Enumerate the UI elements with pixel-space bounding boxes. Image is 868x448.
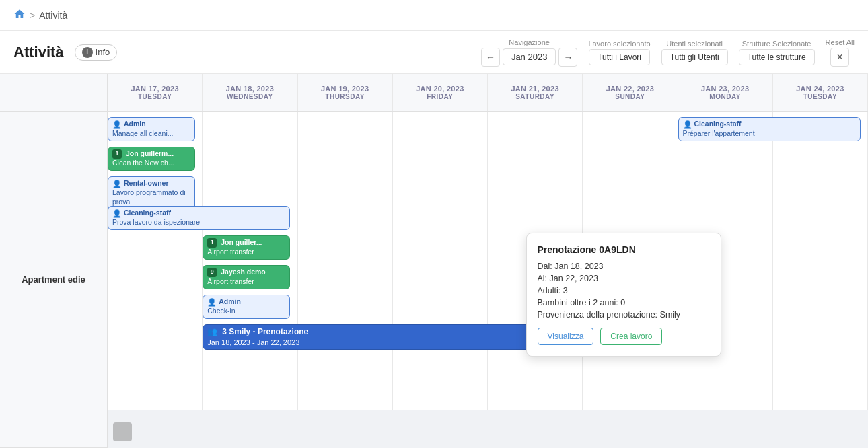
day-header-0: JAN 17, 2023 TUESDAY (108, 74, 203, 111)
day-date-1: JAN 18, 2023 (226, 85, 274, 93)
day-header-3: JAN 20, 2023 FRIDAY (393, 74, 488, 111)
filter-lavoro-label: Lavoro selezionato (588, 40, 650, 48)
header: Attività i Info Navigazione ← Jan 2023 →… (0, 31, 868, 74)
day-date-0: JAN 17, 2023 (131, 85, 178, 93)
day-weekday-5: SUNDAY (615, 93, 645, 100)
scroll-handle[interactable] (113, 422, 132, 441)
main-content: Apartment edie JAN 17, 2023 TUESDAY JAN … (0, 74, 868, 448)
nav-date-display: Jan 2023 (503, 48, 556, 65)
breadcrumb-bar: > Attività (0, 0, 868, 31)
day-header-4: JAN 21, 2023 SATURDAY (488, 74, 583, 111)
day-header-6: JAN 23, 2023 MONDAY (678, 74, 773, 111)
day-date-3: JAN 20, 2023 (416, 85, 464, 93)
popup-visualizza-button[interactable]: Visualizza (538, 328, 594, 345)
day-weekday-2: THURSDAY (325, 93, 365, 100)
day-date-5: JAN 22, 2023 (606, 85, 654, 93)
task-card-t3[interactable]: 👤Rental-ownerLavoro programmato di prova (108, 176, 195, 210)
task-card-t5[interactable]: 1Jon guiller...Airport transfer (203, 235, 290, 260)
task-card-t8[interactable]: 👥3 Smily - PrenotazioneJan 18, 2023 - Ja… (203, 324, 575, 350)
info-badge-button[interactable]: i Info (75, 44, 118, 61)
events-grid (108, 112, 868, 410)
calendar-area: JAN 17, 2023 TUESDAY JAN 18, 2023 WEDNES… (108, 74, 868, 448)
day-col-7 (773, 112, 868, 410)
events-area: 👤AdminManage all cleani...1Jon guillerm.… (108, 112, 868, 448)
day-header-7: JAN 24, 2023 TUESDAY (773, 74, 868, 111)
filter-lavoro-section: Lavoro selezionato Tutti i Lavori (588, 40, 650, 65)
popup-al: Al: Jan 22, 2023 (538, 274, 710, 283)
breadcrumb-separator: > (30, 10, 35, 21)
popup-actions: Visualizza Crea lavoro (538, 328, 710, 345)
filter-strutture-label: Strutture Selezionate (742, 40, 811, 48)
day-weekday-4: SATURDAY (515, 93, 554, 100)
day-col-1 (203, 112, 297, 410)
task-card-t4[interactable]: 👤Cleaning-staffProva lavoro da ispeziona… (108, 206, 290, 230)
filter-lavoro-button[interactable]: Tutti i Lavori (589, 49, 650, 65)
day-date-2: JAN 19, 2023 (321, 85, 369, 93)
day-date-4: JAN 21, 2023 (511, 85, 558, 93)
day-col-2 (298, 112, 393, 410)
popup-title: Prenotazione 0A9LDN (538, 244, 710, 255)
popup-adulti: Adulti: 3 (538, 286, 710, 295)
booking-popup: Prenotazione 0A9LDN Dal: Jan 18, 2023 Al… (526, 233, 721, 357)
day-weekday-0: TUESDAY (138, 93, 172, 100)
task-card-t2[interactable]: 1Jon guillerm...Clean the New ch... (108, 147, 195, 171)
reset-section: Reset All × (826, 38, 855, 67)
nav-prev-button[interactable]: ← (481, 48, 500, 67)
day-date-7: JAN 24, 2023 (796, 85, 844, 93)
filter-utenti-label: Utenti selezionati (666, 40, 723, 48)
task-card-t9[interactable]: 👤Cleaning-staffPréparer l'appartement (678, 117, 861, 141)
day-headers: JAN 17, 2023 TUESDAY JAN 18, 2023 WEDNES… (108, 74, 868, 112)
filter-strutture-section: Strutture Selezionate Tutte le strutture (739, 40, 815, 65)
room-item: Apartment edie (0, 112, 107, 448)
home-icon[interactable] (13, 8, 26, 23)
day-weekday-3: FRIDAY (427, 93, 453, 100)
popup-dal: Dal: Jan 18, 2023 (538, 262, 710, 271)
info-circle-icon: i (82, 47, 93, 58)
room-sidebar: Apartment edie (0, 74, 108, 448)
day-header-2: JAN 19, 2023 THURSDAY (298, 74, 393, 111)
popup-crea-lavoro-button[interactable]: Crea lavoro (600, 328, 662, 345)
filter-strutture-button[interactable]: Tutte le strutture (739, 49, 815, 65)
filter-utenti-button[interactable]: Tutti gli Utenti (661, 49, 728, 65)
day-header-5: JAN 22, 2023 SUNDAY (583, 74, 678, 111)
day-weekday-6: MONDAY (709, 93, 741, 100)
page-title: Attività (13, 44, 64, 61)
task-card-t7[interactable]: 👤AdminCheck-in (203, 295, 290, 319)
day-weekday-7: TUESDAY (803, 93, 837, 100)
info-label: Info (96, 47, 110, 57)
nav-controls: ← Jan 2023 → (481, 48, 578, 67)
nav-next-button[interactable]: → (558, 48, 577, 67)
popup-bambini: Bambini oltre i 2 anni: 0 (538, 298, 710, 307)
day-header-1: JAN 18, 2023 WEDNESDAY (203, 74, 297, 111)
popup-provenienza: Provenienza della prenotazione: Smily (538, 310, 710, 320)
day-col-3 (393, 112, 488, 410)
room-header-spacer (0, 74, 107, 112)
breadcrumb-current: Attività (39, 10, 67, 21)
task-card-t6[interactable]: 9Jayesh demoAirport transfer (203, 265, 290, 289)
task-card-t1[interactable]: 👤AdminManage all cleani... (108, 117, 195, 141)
reset-button[interactable]: × (830, 48, 849, 67)
navigation-label: Navigazione (509, 38, 550, 46)
day-weekday-1: WEDNESDAY (227, 93, 273, 100)
navigation-section: Navigazione ← Jan 2023 → (481, 38, 578, 67)
reset-label: Reset All (826, 38, 855, 46)
day-date-6: JAN 23, 2023 (701, 85, 749, 93)
filter-utenti-section: Utenti selezionati Tutti gli Utenti (661, 40, 728, 65)
